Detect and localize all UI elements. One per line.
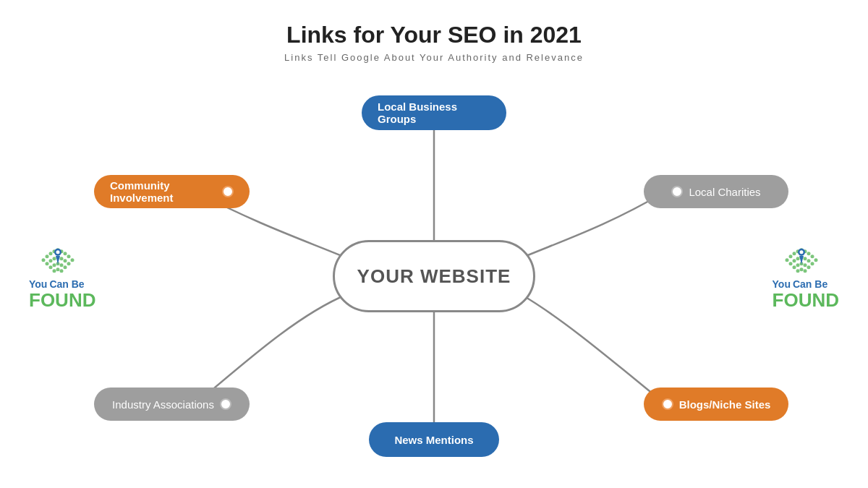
svg-point-34 bbox=[814, 258, 817, 262]
svg-point-8 bbox=[71, 258, 75, 262]
svg-point-7 bbox=[67, 254, 71, 258]
logo-right-you: You bbox=[773, 278, 791, 290]
news-mentions-node: News Mentions bbox=[369, 422, 499, 457]
svg-point-19 bbox=[60, 263, 64, 267]
svg-point-36 bbox=[792, 259, 796, 262]
svg-point-43 bbox=[796, 263, 799, 267]
main-title: Links for Your SEO in 2021 bbox=[284, 22, 584, 48]
local-charities-label: Local Charities bbox=[689, 186, 760, 198]
svg-point-21 bbox=[53, 269, 56, 273]
svg-point-20 bbox=[64, 265, 67, 269]
logo-left-can-be: Can Be bbox=[49, 278, 84, 290]
local-charities-circle bbox=[671, 186, 683, 197]
svg-point-39 bbox=[803, 257, 807, 260]
svg-point-17 bbox=[53, 263, 56, 267]
svg-point-32 bbox=[807, 252, 810, 255]
svg-point-26 bbox=[785, 258, 788, 262]
svg-point-27 bbox=[788, 254, 792, 258]
svg-point-46 bbox=[807, 265, 810, 269]
svg-point-15 bbox=[67, 262, 71, 265]
svg-point-42 bbox=[792, 265, 796, 269]
svg-point-41 bbox=[810, 262, 814, 265]
local-business-groups-label: Local Business Groups bbox=[378, 100, 490, 125]
logo-left-you: You bbox=[29, 278, 47, 290]
community-involvement-node: Community Involvement bbox=[94, 175, 250, 208]
svg-point-45 bbox=[803, 263, 807, 267]
industry-associations-circle bbox=[220, 398, 231, 410]
svg-point-35 bbox=[788, 262, 792, 265]
svg-point-25 bbox=[56, 250, 60, 254]
svg-point-47 bbox=[796, 269, 799, 273]
svg-point-33 bbox=[810, 254, 814, 258]
svg-point-1 bbox=[46, 254, 49, 258]
industry-associations-label: Industry Associations bbox=[112, 398, 214, 411]
header: Links for Your SEO in 2021 Links Tell Go… bbox=[284, 22, 584, 63]
svg-point-13 bbox=[60, 257, 64, 260]
center-node-label: YOUR WEBSITE bbox=[357, 265, 511, 288]
blogs-niche-label: Blogs/Niche Sites bbox=[679, 398, 771, 411]
svg-point-9 bbox=[46, 262, 49, 265]
svg-point-37 bbox=[796, 257, 799, 260]
svg-point-28 bbox=[792, 252, 796, 255]
svg-point-2 bbox=[49, 252, 53, 255]
svg-point-51 bbox=[799, 250, 803, 254]
local-business-groups-node: Local Business Groups bbox=[362, 95, 506, 130]
blogs-niche-sites-node: Blogs/Niche Sites bbox=[644, 388, 788, 421]
svg-point-11 bbox=[53, 257, 56, 260]
svg-point-49 bbox=[803, 269, 807, 273]
logo-left-dots bbox=[29, 242, 87, 278]
logo-left: You Can Be FOUND bbox=[29, 242, 95, 311]
subtitle: Links Tell Google About Your Authority a… bbox=[284, 52, 584, 63]
local-charities-node: Local Charities bbox=[644, 175, 788, 208]
logo-right-found: FOUND bbox=[773, 290, 839, 311]
diagram: YOUR WEBSITE Local Business Groups Commu… bbox=[0, 74, 868, 479]
community-involvement-circle bbox=[222, 186, 234, 197]
svg-point-10 bbox=[49, 259, 53, 262]
svg-point-0 bbox=[42, 258, 46, 262]
svg-point-14 bbox=[64, 259, 67, 262]
logo-left-found: FOUND bbox=[29, 290, 95, 311]
logo-right-can-be: Can Be bbox=[793, 278, 827, 290]
svg-point-40 bbox=[807, 259, 810, 262]
logo-right-dots bbox=[773, 242, 830, 278]
community-involvement-label: Community Involvement bbox=[110, 179, 216, 204]
svg-point-48 bbox=[799, 267, 803, 271]
svg-point-23 bbox=[60, 269, 64, 273]
svg-point-22 bbox=[56, 267, 60, 271]
svg-point-6 bbox=[64, 252, 67, 255]
news-mentions-label: News Mentions bbox=[394, 434, 473, 446]
blogs-niche-circle bbox=[662, 398, 673, 410]
logo-right: You Can Be FOUND bbox=[773, 242, 839, 311]
industry-associations-node: Industry Associations bbox=[94, 388, 250, 421]
page-container: Links for Your SEO in 2021 Links Tell Go… bbox=[0, 0, 868, 488]
center-node: YOUR WEBSITE bbox=[333, 240, 535, 312]
svg-point-16 bbox=[49, 265, 53, 269]
